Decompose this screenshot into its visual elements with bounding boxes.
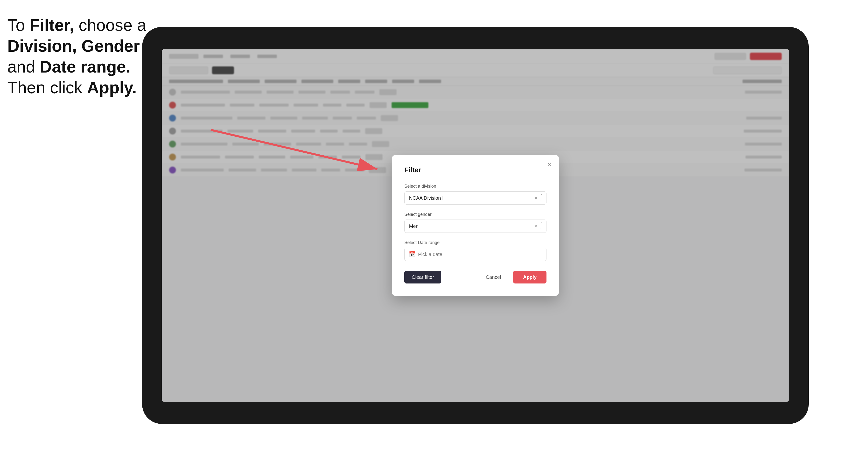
- gender-select[interactable]: Men: [404, 220, 547, 233]
- date-group: Select Date range 📅: [404, 240, 547, 261]
- division-label: Select a division: [404, 184, 547, 189]
- cancel-button[interactable]: Cancel: [478, 271, 508, 283]
- gender-select-controls: × ⌃⌄: [534, 222, 543, 230]
- date-input-wrapper[interactable]: 📅: [404, 248, 547, 261]
- instruction-line3: and Date range.: [7, 57, 131, 76]
- modal-footer: Clear filter Cancel Apply: [404, 271, 547, 283]
- division-arrow-icon[interactable]: ⌃⌄: [540, 194, 543, 202]
- division-group: Select a division NCAA Division I × ⌃⌄: [404, 184, 547, 205]
- date-input[interactable]: [404, 248, 547, 261]
- clear-filter-button[interactable]: Clear filter: [404, 271, 441, 283]
- modal-title: Filter: [404, 166, 547, 174]
- modal-right-buttons: Cancel Apply: [478, 271, 547, 283]
- tablet-screen: × Filter Select a division NCAA Division…: [162, 49, 789, 402]
- division-select-wrapper[interactable]: NCAA Division I × ⌃⌄: [404, 191, 547, 205]
- modal-overlay: × Filter Select a division NCAA Division…: [162, 49, 789, 402]
- instruction-bold2: Division, Gender: [7, 36, 140, 55]
- date-label: Select Date range: [404, 240, 547, 245]
- instruction-line1: To Filter, choose a: [7, 16, 146, 34]
- filter-modal: × Filter Select a division NCAA Division…: [392, 155, 559, 296]
- instruction-line4: Then click Apply.: [7, 78, 137, 97]
- gender-group: Select gender Men × ⌃⌄: [404, 212, 547, 233]
- gender-clear-icon[interactable]: ×: [534, 224, 537, 228]
- modal-close-button[interactable]: ×: [545, 160, 554, 169]
- apply-button[interactable]: Apply: [513, 271, 547, 283]
- gender-arrow-icon[interactable]: ⌃⌄: [540, 222, 543, 230]
- division-select-controls: × ⌃⌄: [534, 194, 543, 202]
- gender-select-wrapper[interactable]: Men × ⌃⌄: [404, 220, 547, 233]
- instruction-text: To Filter, choose a Division, Gender and…: [7, 15, 150, 98]
- tablet-device: × Filter Select a division NCAA Division…: [142, 27, 809, 424]
- gender-label: Select gender: [404, 212, 547, 217]
- division-clear-icon[interactable]: ×: [534, 195, 537, 200]
- division-select[interactable]: NCAA Division I: [404, 191, 547, 205]
